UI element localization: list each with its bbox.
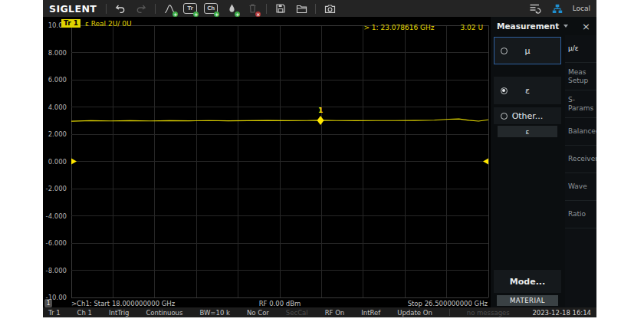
lan-status-button[interactable] bbox=[550, 2, 564, 15]
marker-frequency: > 1: 23.078616 GHz bbox=[363, 24, 434, 31]
panel-header: Measurement × bbox=[491, 17, 596, 35]
status-item-bw-10-k[interactable]: BW=10 k bbox=[199, 309, 230, 317]
status-message: no messages bbox=[467, 309, 510, 317]
marker-diamond[interactable] bbox=[317, 116, 324, 125]
rf-power-label: RF 0.00 dBm bbox=[259, 300, 301, 307]
y-axis-tick-label: -8.000 bbox=[46, 267, 67, 274]
toolbar-right-group: Local bbox=[528, 2, 590, 15]
display-refresh-icon bbox=[529, 3, 541, 14]
y-axis-tick-label: -2.000 bbox=[46, 185, 67, 192]
siglent-logo: SIGLENT bbox=[49, 3, 97, 15]
softkey-wave[interactable]: Wave bbox=[565, 173, 596, 201]
reference-level-arrow-right bbox=[483, 159, 488, 165]
panel-title[interactable]: Measurement bbox=[497, 21, 559, 31]
plus-badge: + bbox=[193, 12, 199, 17]
status-divider bbox=[449, 309, 450, 316]
trace-header: Tr 1 ε Real 2U/ 0U bbox=[61, 19, 132, 28]
option-label: μ bbox=[525, 46, 531, 56]
plus-badge: + bbox=[235, 12, 240, 17]
y-axis-tick-label: 6.000 bbox=[48, 76, 67, 84]
page: { "colors": { "trace_yellow": "#e0d400",… bbox=[0, 0, 644, 322]
marker-readout: > 1: 23.078616 GHz 3.02 U bbox=[363, 24, 483, 31]
y-axis-labels: 10.008.0006.0004.0002.0000.000-2.000-4.0… bbox=[43, 25, 68, 297]
softkey-menu: μ/εMeas SetupS-ParamsBalancedReceiverWav… bbox=[565, 35, 596, 307]
status-item-continuous[interactable]: Continuous bbox=[146, 309, 182, 317]
toolbar-divider bbox=[106, 4, 107, 14]
lan-network-icon bbox=[552, 4, 563, 14]
softkey-receiver[interactable]: Receiver bbox=[565, 146, 596, 173]
y-axis-tick-label: 4.000 bbox=[48, 104, 67, 111]
camera-icon bbox=[324, 4, 336, 14]
y-axis-tick-label: -10.00 bbox=[46, 294, 67, 301]
y-axis-tick-label: 8.000 bbox=[48, 49, 67, 57]
toolbar-divider bbox=[266, 4, 267, 14]
toolbar-divider bbox=[315, 4, 316, 14]
reference-level-arrow-left bbox=[71, 159, 77, 165]
radio-button[interactable] bbox=[501, 113, 508, 120]
marker-number-label: 1 bbox=[318, 107, 323, 114]
status-item-seccal[interactable]: SecCal bbox=[286, 309, 308, 317]
recall-button[interactable] bbox=[294, 2, 308, 15]
radio-button[interactable] bbox=[501, 48, 508, 54]
plus-badge: + bbox=[172, 12, 178, 17]
softkey-meas-setup[interactable]: Meas Setup bbox=[565, 63, 596, 90]
status-item-inttrig[interactable]: IntTrig bbox=[109, 309, 129, 317]
option-label: ε bbox=[525, 86, 530, 96]
plus-badge: + bbox=[214, 12, 219, 17]
add-channel-button[interactable]: Ch + bbox=[204, 2, 218, 15]
y-axis-tick-label: 2.000 bbox=[48, 130, 67, 138]
status-item-intref[interactable]: IntRef bbox=[361, 309, 380, 317]
close-panel-button[interactable]: × bbox=[582, 21, 590, 31]
save-floppy-icon bbox=[275, 3, 286, 14]
measurement-option-other[interactable]: Other... bbox=[494, 107, 561, 124]
mode-button[interactable]: Mode... bbox=[494, 270, 561, 293]
trace-descriptor[interactable]: ε Real 2U/ 0U bbox=[85, 20, 132, 28]
display-layout-button[interactable] bbox=[528, 2, 542, 15]
y-axis-tick-label: -6.000 bbox=[46, 239, 67, 247]
status-bar: Tr 1Ch 1IntTrigContinuousBW=10 kNo CorSe… bbox=[43, 307, 596, 317]
softkey-μ-[interactable]: μ/ε bbox=[565, 35, 596, 63]
softkey-balanced[interactable]: Balanced bbox=[565, 118, 596, 146]
add-trace-button[interactable]: Tr + bbox=[183, 2, 197, 15]
status-item-ch-1[interactable]: Ch 1 bbox=[77, 309, 92, 317]
add-trace-curve-button[interactable]: + bbox=[163, 2, 176, 15]
sweep-start-label[interactable]: >Ch1: Start 18.000000000 GHz bbox=[71, 300, 175, 307]
y-axis-tick-label: -4.000 bbox=[46, 212, 67, 220]
trace-plot: 1 bbox=[71, 25, 488, 297]
status-item-tr-1[interactable]: Tr 1 bbox=[48, 309, 61, 317]
top-toolbar: SIGLENT + Tr + Ch + + × bbox=[43, 0, 596, 17]
delete-button[interactable]: × bbox=[245, 2, 259, 15]
plot-area[interactable]: 1 bbox=[71, 25, 488, 297]
remove-badge: × bbox=[255, 12, 261, 17]
local-remote-label[interactable]: Local bbox=[573, 5, 590, 12]
marker-value: 3.02 U bbox=[461, 24, 484, 31]
measurement-option-ε[interactable]: ε bbox=[494, 77, 561, 104]
y-axis-tick-label: 0.000 bbox=[48, 158, 67, 166]
measurement-panel: Measurement × ε Mode... MATERIAL μεOther… bbox=[491, 17, 596, 307]
redo-icon bbox=[136, 4, 146, 14]
instrument-screen: SIGLENT + Tr + Ch + + × bbox=[43, 0, 596, 317]
save-button[interactable] bbox=[274, 2, 288, 15]
status-item-no-cor[interactable]: No Cor bbox=[247, 309, 269, 317]
mode-value-badge: MATERIAL bbox=[497, 295, 558, 306]
chevron-down-icon bbox=[564, 25, 568, 28]
status-item-rf-on[interactable]: RF On bbox=[325, 309, 345, 317]
option-label: Other... bbox=[512, 111, 544, 121]
chart-panel: Tr 1 ε Real 2U/ 0U > 1: 23.078616 GHz 3.… bbox=[43, 17, 491, 307]
sweep-stop-label[interactable]: Stop 26.500000000 GHz bbox=[408, 300, 488, 307]
other-value-button[interactable]: ε bbox=[498, 126, 557, 137]
undo-button[interactable] bbox=[113, 2, 127, 15]
softkey-ratio[interactable]: Ratio bbox=[565, 201, 596, 228]
softkey-s-params[interactable]: S-Params bbox=[565, 90, 596, 118]
trace-chip[interactable]: Tr 1 bbox=[61, 19, 80, 28]
screenshot-button[interactable] bbox=[323, 2, 337, 15]
measurement-option-μ[interactable]: μ bbox=[494, 37, 561, 64]
measurement-options: ε Mode... MATERIAL μεOther... bbox=[491, 35, 565, 307]
redo-button[interactable] bbox=[134, 2, 148, 15]
radio-button[interactable] bbox=[501, 87, 508, 94]
datetime-label: 2023-12-18 16:14 bbox=[532, 309, 591, 317]
open-folder-icon bbox=[296, 4, 307, 14]
toolbar-divider bbox=[155, 4, 156, 14]
add-marker-button[interactable]: + bbox=[225, 2, 238, 15]
status-item-update-on[interactable]: Update On bbox=[397, 309, 432, 317]
